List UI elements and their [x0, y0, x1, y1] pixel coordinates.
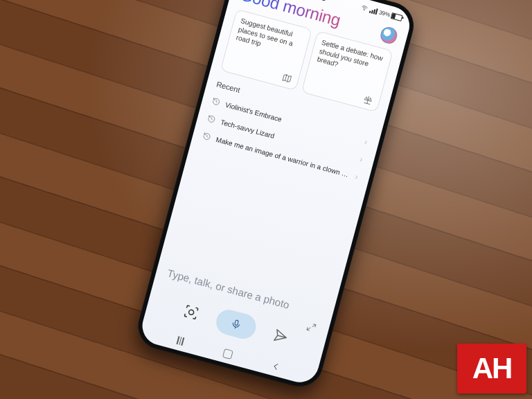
signal-icon — [369, 6, 378, 15]
site-badge: AH — [457, 344, 526, 393]
chevron-right-icon — [353, 173, 360, 180]
suggestion-card-text: Suggest beautiful places to see on a roa… — [235, 17, 304, 58]
scene: 8:25 39% Good morning — [0, 0, 532, 399]
suggestion-card[interactable]: Suggest beautiful places to see on a roa… — [220, 9, 312, 91]
suggestion-card-text: Settle a debate: how should you store br… — [316, 38, 385, 80]
lens-button[interactable] — [181, 302, 201, 322]
chevron-right-icon — [358, 156, 365, 163]
chevron-right-icon — [363, 139, 370, 145]
history-icon — [202, 132, 212, 142]
nav-home[interactable] — [222, 347, 236, 361]
map-icon — [281, 72, 293, 84]
history-icon — [206, 114, 217, 125]
send-button[interactable] — [271, 326, 291, 346]
suggestion-card[interactable]: Settle a debate: how should you store br… — [301, 30, 393, 112]
main-content: Good morning Suggest beautiful places to… — [191, 0, 410, 188]
history-icon — [211, 96, 222, 107]
nav-recents[interactable] — [174, 334, 188, 348]
nav-back[interactable] — [269, 360, 283, 373]
svg-point-0 — [364, 10, 364, 10]
battery-percent: 39% — [378, 9, 391, 18]
scale-icon — [362, 94, 374, 106]
site-badge-text: AH — [472, 352, 512, 385]
avatar[interactable] — [379, 25, 399, 45]
svg-rect-2 — [235, 320, 239, 326]
svg-point-1 — [188, 310, 195, 316]
wifi-icon — [360, 3, 369, 12]
